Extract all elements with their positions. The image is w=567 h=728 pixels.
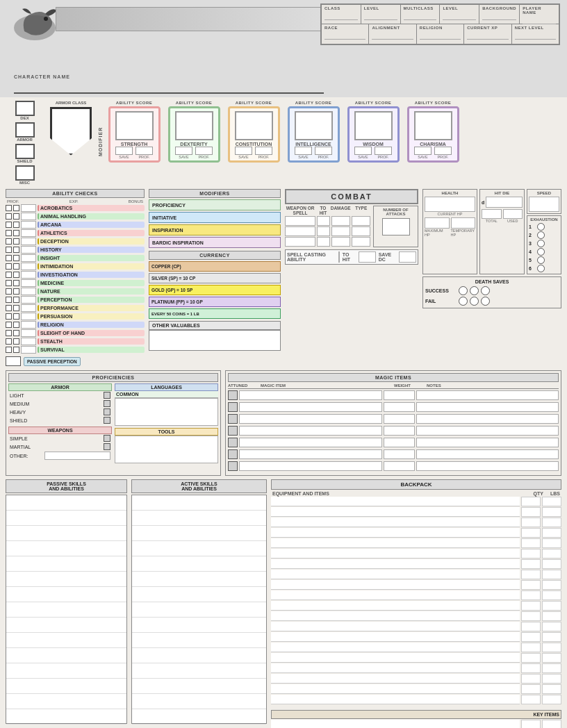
religion-value[interactable] xyxy=(420,30,461,40)
magic-item-weight-7[interactable] xyxy=(384,461,415,471)
dex-box[interactable] xyxy=(15,101,35,116)
equip-name-14[interactable] xyxy=(271,632,520,642)
equip-name-18[interactable] xyxy=(271,674,520,684)
medicine-exp-check[interactable] xyxy=(13,280,19,286)
insight-exp-check[interactable] xyxy=(13,255,19,261)
nature-prof-check[interactable] xyxy=(6,288,12,295)
equip-qty-15[interactable] xyxy=(521,643,541,652)
light-check[interactable] xyxy=(104,392,110,399)
stealth-exp-check[interactable] xyxy=(13,338,19,345)
armor-box[interactable] xyxy=(15,122,35,138)
exhaust-circle-4[interactable] xyxy=(537,248,545,256)
equip-lbs-5[interactable] xyxy=(542,538,561,548)
damage-3[interactable] xyxy=(331,237,350,247)
attune-check-6[interactable] xyxy=(228,449,238,459)
heavy-check[interactable] xyxy=(104,408,110,415)
simple-check[interactable] xyxy=(104,435,110,442)
tools-area[interactable] xyxy=(115,436,218,463)
player-name-cell[interactable]: PLAYER NAME xyxy=(520,5,559,24)
equip-lbs-18[interactable] xyxy=(542,674,561,684)
perception-exp-check[interactable] xyxy=(13,297,19,303)
magic-item-notes-4[interactable] xyxy=(416,426,559,436)
magic-item-weight-4[interactable] xyxy=(384,426,415,436)
equip-name-17[interactable] xyxy=(271,663,520,673)
equip-qty-14[interactable] xyxy=(521,632,541,642)
inspiration-bar[interactable]: INSPIRATION xyxy=(149,224,281,235)
alignment-value[interactable] xyxy=(372,30,413,40)
class-cell[interactable]: CLASS xyxy=(322,5,361,24)
passive-skills-area[interactable] xyxy=(6,495,127,724)
equip-name-10[interactable] xyxy=(271,590,520,600)
misc-box[interactable] xyxy=(15,165,35,181)
equip-lbs-4[interactable] xyxy=(542,528,561,538)
equip-qty-5[interactable] xyxy=(521,538,541,548)
equip-lbs-20[interactable] xyxy=(542,695,561,704)
equip-lbs-17[interactable] xyxy=(542,663,561,673)
magic-item-weight-5[interactable] xyxy=(384,438,415,447)
magic-item-name-3[interactable] xyxy=(239,414,382,424)
equip-name-13[interactable] xyxy=(271,622,520,631)
fail-3[interactable] xyxy=(481,297,490,306)
current-hp-box[interactable] xyxy=(425,197,475,212)
attune-check-3[interactable] xyxy=(228,414,238,424)
religion-bonus[interactable] xyxy=(21,321,36,329)
silver-bar[interactable]: SILVER (SP) = 10 CP xyxy=(149,273,281,283)
constitution-prof-box[interactable] xyxy=(255,147,272,155)
exhaust-circle-3[interactable] xyxy=(537,240,545,247)
strength-value[interactable] xyxy=(115,111,154,140)
equip-lbs-2[interactable] xyxy=(542,507,561,517)
attune-check-5[interactable] xyxy=(228,438,238,447)
equip-lbs-11[interactable] xyxy=(542,601,561,611)
equip-lbs-13[interactable] xyxy=(542,622,561,631)
equip-name-11[interactable] xyxy=(271,601,520,611)
perception-bonus[interactable] xyxy=(21,296,36,304)
weapon-1[interactable] xyxy=(285,216,315,226)
attune-check-7[interactable] xyxy=(228,461,238,471)
magic-item-weight-6[interactable] xyxy=(384,449,415,459)
acrobatics-exp-check[interactable] xyxy=(13,205,19,211)
survival-bonus[interactable] xyxy=(21,346,36,354)
equip-lbs-1[interactable] xyxy=(542,497,561,506)
level2-cell[interactable]: LEVEL xyxy=(440,5,479,24)
type-3[interactable] xyxy=(352,237,370,247)
intimidation-prof-check[interactable] xyxy=(6,263,12,270)
charisma-value[interactable] xyxy=(414,111,452,140)
survival-prof-check[interactable] xyxy=(6,347,12,353)
equip-name-15[interactable] xyxy=(271,643,520,652)
equip-qty-8[interactable] xyxy=(521,570,541,579)
equip-qty-10[interactable] xyxy=(521,590,541,600)
next-level-value[interactable] xyxy=(515,30,556,40)
investigation-bonus[interactable] xyxy=(21,271,36,279)
equip-lbs-14[interactable] xyxy=(542,632,561,642)
wisdom-value[interactable] xyxy=(354,111,393,140)
equip-name-3[interactable] xyxy=(271,518,520,527)
magic-item-name-6[interactable] xyxy=(239,449,382,459)
investigation-exp-check[interactable] xyxy=(13,272,19,278)
hit-die-total[interactable] xyxy=(482,209,502,219)
shield-box[interactable] xyxy=(15,144,35,159)
background-cell[interactable]: BACKGROUND xyxy=(479,5,520,24)
deception-prof-check[interactable] xyxy=(6,238,12,245)
hit-2[interactable] xyxy=(317,226,330,236)
type-2[interactable] xyxy=(352,226,370,236)
proficiency-bar[interactable]: PROFICIENCY xyxy=(149,199,281,210)
magic-item-weight-3[interactable] xyxy=(384,414,415,424)
acrobatics-bonus[interactable] xyxy=(21,204,36,212)
magic-item-weight-1[interactable] xyxy=(384,390,415,400)
magic-item-name-1[interactable] xyxy=(239,390,382,400)
equip-qty-9[interactable] xyxy=(521,580,541,590)
magic-item-notes-3[interactable] xyxy=(416,414,559,424)
stealth-bonus[interactable] xyxy=(21,338,36,345)
fail-2[interactable] xyxy=(470,297,479,306)
nature-bonus[interactable] xyxy=(21,288,36,295)
equip-qty-3[interactable] xyxy=(521,518,541,527)
strength-prof-box[interactable] xyxy=(135,147,153,155)
equip-qty-6[interactable] xyxy=(521,549,541,559)
type-1[interactable] xyxy=(352,216,370,226)
current-xp-value[interactable] xyxy=(467,30,508,40)
bardic-bar[interactable]: BARDIC INSPIRATION xyxy=(149,237,281,248)
attune-check-4[interactable] xyxy=(228,426,238,436)
intelligence-save-box[interactable] xyxy=(295,147,312,155)
success-2[interactable] xyxy=(470,286,479,295)
equip-name-19[interactable] xyxy=(271,684,520,694)
